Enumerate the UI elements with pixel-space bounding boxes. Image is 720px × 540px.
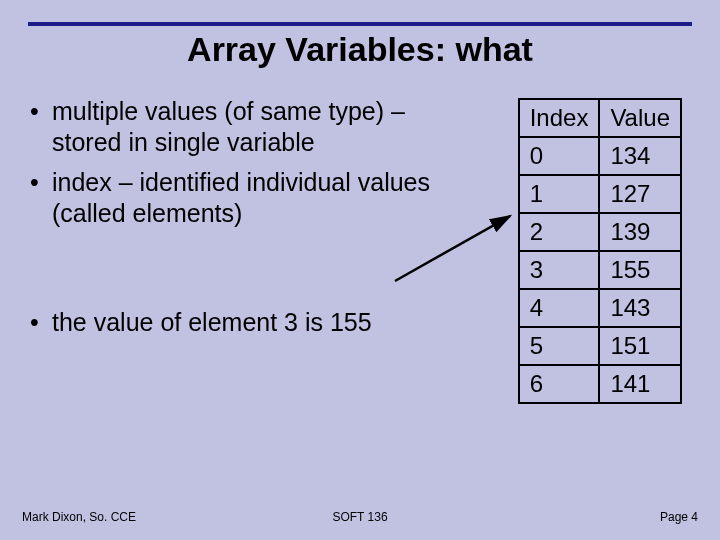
- header-index: Index: [519, 99, 600, 137]
- cell-value: 139: [599, 213, 681, 251]
- cell-value: 151: [599, 327, 681, 365]
- bullet-1: multiple values (of same type) – stored …: [30, 96, 450, 159]
- header-value: Value: [599, 99, 681, 137]
- table-row: 2139: [519, 213, 681, 251]
- table-row: 1127: [519, 175, 681, 213]
- table-header-row: Index Value: [519, 99, 681, 137]
- bullet-3: the value of element 3 is 155: [30, 307, 450, 338]
- cell-index: 2: [519, 213, 600, 251]
- table-row: 3155: [519, 251, 681, 289]
- cell-index: 3: [519, 251, 600, 289]
- footer-center: SOFT 136: [22, 510, 698, 524]
- bullet-2: index – identified individual values (ca…: [30, 167, 450, 230]
- cell-index: 0: [519, 137, 600, 175]
- cell-index: 5: [519, 327, 600, 365]
- cell-index: 4: [519, 289, 600, 327]
- table-row: 6141: [519, 365, 681, 403]
- bullet-list: multiple values (of same type) – stored …: [30, 96, 450, 229]
- bullet-list-2: the value of element 3 is 155: [30, 307, 450, 338]
- cell-value: 141: [599, 365, 681, 403]
- cell-value: 134: [599, 137, 681, 175]
- table-row: 5151: [519, 327, 681, 365]
- array-table: Index Value 0134 1127 2139 3155 4143 515…: [518, 98, 682, 404]
- title-rule: [28, 22, 692, 26]
- cell-index: 1: [519, 175, 600, 213]
- table-row: 4143: [519, 289, 681, 327]
- cell-value: 143: [599, 289, 681, 327]
- cell-value: 127: [599, 175, 681, 213]
- cell-value: 155: [599, 251, 681, 289]
- table-row: 0134: [519, 137, 681, 175]
- slide-title: Array Variables: what: [0, 30, 720, 69]
- cell-index: 6: [519, 365, 600, 403]
- footer: Mark Dixon, So. CCE SOFT 136 Page 4: [22, 510, 698, 524]
